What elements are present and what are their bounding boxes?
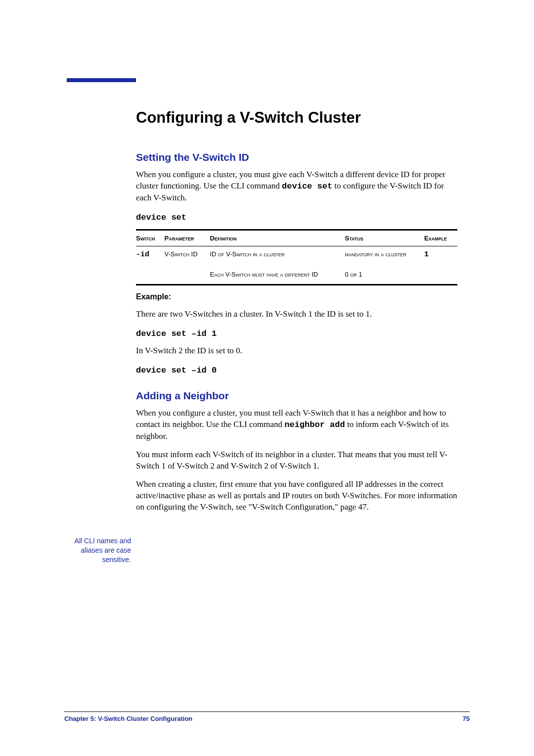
- margin-note-cli-case: All CLI names and aliases are case sensi…: [72, 536, 131, 565]
- adding-neighbor-paragraph-1: When you configure a cluster, you must t…: [136, 408, 457, 442]
- table-row: -id V-Switch ID ID of V-Switch in a clus…: [136, 246, 457, 267]
- example-text-2: In V-Switch 2 the ID is set to 0.: [136, 345, 457, 357]
- example-text-1: There are two V-Switches in a cluster. I…: [136, 309, 457, 320]
- footer-rule: [64, 711, 470, 712]
- col-definition: Definition: [210, 235, 237, 242]
- setting-id-paragraph: When you configure a cluster, you must g…: [136, 169, 457, 204]
- footer-page-number: 75: [463, 715, 470, 722]
- table-header-row: Switch Parameter Definition Status Examp…: [136, 230, 457, 246]
- page-title: Configuring a V-Switch Cluster: [136, 109, 457, 127]
- col-switch: Switch: [136, 235, 155, 242]
- example-command-2: device set –id 0: [136, 366, 457, 375]
- cell-example: 1: [424, 246, 457, 267]
- col-example: Example: [424, 235, 447, 242]
- section-heading-vswitch-id: Setting the V-Switch ID: [136, 151, 457, 163]
- example-label: Example:: [136, 291, 457, 302]
- cell-status-2: 0 or 1: [345, 267, 424, 285]
- cell-definition-1: ID of V-Switch in a cluster: [210, 246, 345, 267]
- accent-bar: [67, 78, 136, 82]
- page-footer: Chapter 5: V-Switch Cluster Configuratio…: [64, 711, 470, 722]
- cell-parameter: V-Switch ID: [165, 246, 210, 267]
- col-status: Status: [345, 235, 363, 242]
- footer-chapter: Chapter 5: V-Switch Cluster Configuratio…: [64, 715, 192, 722]
- table-row: Each V-Switch must have a different ID 0…: [136, 267, 457, 285]
- inline-command-neighbor-add: neighbor add: [284, 420, 345, 429]
- cell-definition-2: Each V-Switch must have a different ID: [210, 267, 345, 285]
- example-command-1: device set –id 1: [136, 329, 457, 338]
- col-parameter: Parameter: [165, 235, 194, 242]
- content-area: Configuring a V-Switch Cluster Setting t…: [136, 109, 457, 513]
- cell-switch: -id: [136, 246, 165, 267]
- section-heading-adding-neighbor: Adding a Neighbor: [136, 390, 457, 402]
- parameters-table: Switch Parameter Definition Status Examp…: [136, 229, 457, 285]
- cell-status-1: mandatory in a cluster: [345, 246, 424, 267]
- inline-command-device-set: device set: [282, 182, 332, 191]
- command-block-device-set: device set: [136, 213, 457, 222]
- adding-neighbor-paragraph-3: When creating a cluster, first ensure th…: [136, 479, 457, 513]
- page: Configuring a V-Switch Cluster Setting t…: [0, 0, 534, 756]
- adding-neighbor-paragraph-2: You must inform each V-Switch of its nei…: [136, 449, 457, 472]
